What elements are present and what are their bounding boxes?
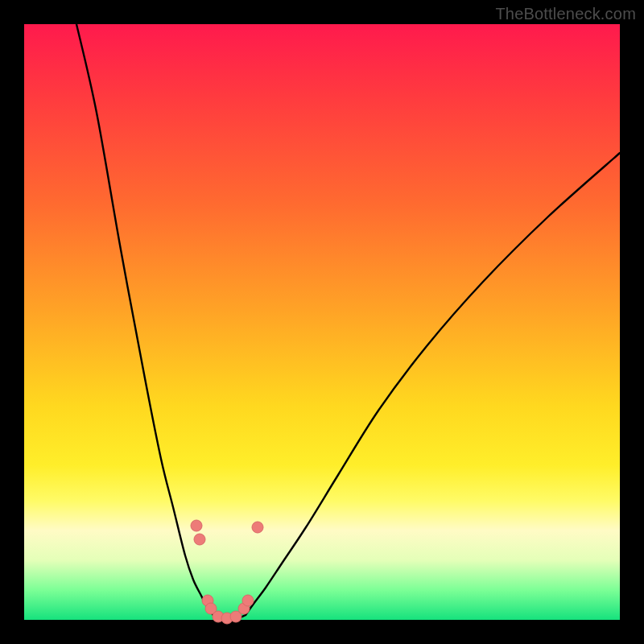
data-marker [252,522,263,533]
plot-area [24,24,620,620]
marker-group [191,520,263,624]
curve-group [76,24,620,618]
data-marker [191,520,202,531]
chart-svg [24,24,620,620]
data-marker [194,534,205,545]
chart-stage: TheBottleneck.com [0,0,644,644]
watermark-text: TheBottleneck.com [495,5,636,23]
data-marker [242,595,254,606]
curve-right-branch [246,153,620,615]
